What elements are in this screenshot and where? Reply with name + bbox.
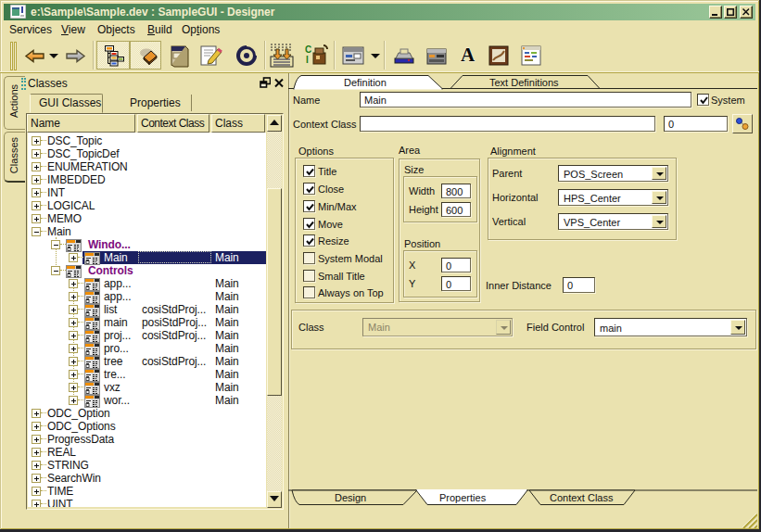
svg-text:I: I [306,55,309,65]
svg-text:A: A [461,44,476,66]
svg-text:C: C [305,44,311,55]
